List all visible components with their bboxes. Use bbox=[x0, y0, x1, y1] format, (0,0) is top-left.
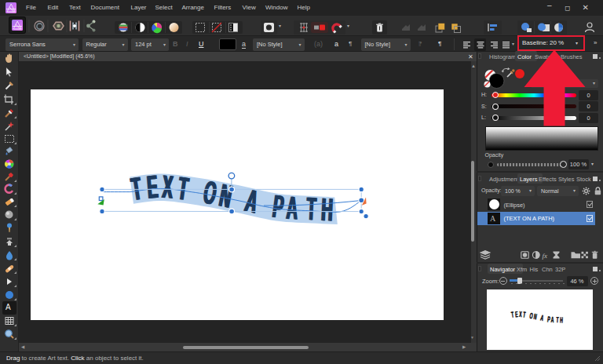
svg-text:fx: fx bbox=[543, 252, 548, 260]
